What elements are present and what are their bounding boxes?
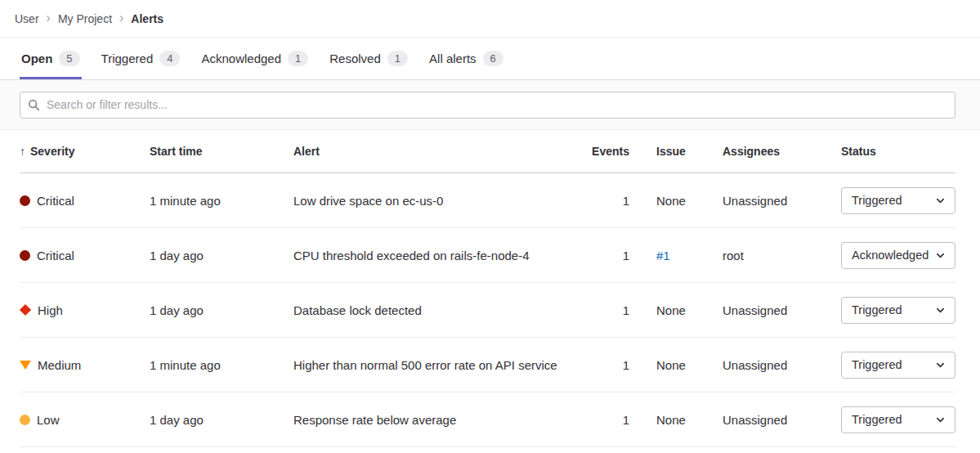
tab-count-badge: 1 <box>288 51 308 66</box>
chevron-down-icon <box>936 361 945 370</box>
column-header-label: Severity <box>30 145 74 158</box>
issue-value: None <box>656 194 686 208</box>
severity-medium-icon <box>20 361 31 370</box>
severity-label: Medium <box>38 358 81 372</box>
alert-title-link[interactable]: Database lock detected <box>293 303 580 317</box>
severity-cell: Critical <box>20 194 150 208</box>
alert-title-link[interactable]: Higher than normal 500 error rate on API… <box>293 358 580 372</box>
alert-title-link[interactable]: Low drive space on ec-us-0 <box>293 194 580 208</box>
tab-label: Resolved <box>329 52 381 65</box>
search-icon <box>28 99 40 111</box>
status-value: Acknowledged <box>852 249 929 262</box>
tab-count-badge: 4 <box>159 51 180 66</box>
column-header-alert: Alert <box>293 145 580 158</box>
breadcrumb-item-my-project[interactable]: My Project <box>58 12 112 25</box>
severity-critical-icon <box>20 195 30 206</box>
status-cell: Triggered <box>841 187 955 214</box>
tab-triggered[interactable]: Triggered 4 <box>100 38 182 79</box>
breadcrumb: User › My Project › Alerts <box>0 0 980 38</box>
filter-bar <box>0 80 980 130</box>
status-cell: Acknowledged <box>841 242 955 269</box>
issue-link[interactable]: #1 <box>656 249 670 262</box>
search-box <box>20 92 955 119</box>
column-header-start-time[interactable]: Start time <box>150 145 293 158</box>
column-header-assignees: Assignees <box>723 145 841 158</box>
table-row: Low 1 day ago Response rate below averag… <box>20 392 955 447</box>
table-row: Critical 1 day ago CPU threshold exceede… <box>20 228 955 283</box>
start-time-cell: 1 day ago <box>150 249 293 262</box>
tab-label: All alerts <box>429 52 477 65</box>
severity-cell: Critical <box>20 249 150 262</box>
status-dropdown[interactable]: Triggered <box>841 406 955 433</box>
start-time-cell: 1 day ago <box>150 413 293 427</box>
status-dropdown[interactable]: Acknowledged <box>841 242 955 269</box>
column-header-status[interactable]: Status <box>841 145 955 158</box>
column-header-issue: Issue <box>629 145 723 158</box>
tab-label: Triggered <box>101 52 154 65</box>
status-value: Triggered <box>852 413 902 426</box>
tab-open[interactable]: Open 5 <box>20 38 82 79</box>
breadcrumb-separator-icon: › <box>47 11 51 26</box>
severity-cell: Low <box>20 413 150 427</box>
alerts-table: ↑ Severity Start time Alert Events Issue… <box>0 130 980 447</box>
chevron-down-icon <box>936 415 945 424</box>
tab-label: Acknowledged <box>201 52 281 65</box>
table-header-row: ↑ Severity Start time Alert Events Issue… <box>20 130 955 173</box>
chevron-down-icon <box>936 196 945 205</box>
issue-value: None <box>656 303 686 317</box>
tab-acknowledged[interactable]: Acknowledged 1 <box>199 38 310 79</box>
alert-title-link[interactable]: CPU threshold exceeded on rails-fe-node-… <box>293 249 580 262</box>
tab-count-badge: 1 <box>387 51 408 66</box>
issue-cell: None <box>629 194 723 208</box>
breadcrumb-item-alerts: Alerts <box>131 12 163 25</box>
severity-label: Critical <box>37 249 74 262</box>
chevron-down-icon <box>936 251 945 260</box>
status-value: Triggered <box>852 358 902 371</box>
assignees-cell: root <box>723 249 841 262</box>
issue-value: None <box>656 413 686 427</box>
severity-low-icon <box>20 415 30 425</box>
severity-critical-icon <box>20 250 30 261</box>
assignees-cell: Unassigned <box>723 303 841 317</box>
severity-cell: High <box>20 303 150 317</box>
tab-resolved[interactable]: Resolved 1 <box>328 38 409 79</box>
events-cell: 1 <box>580 249 629 262</box>
table-row: High 1 day ago Database lock detected 1 … <box>20 283 955 338</box>
assignees-cell: Unassigned <box>723 358 841 372</box>
table-row: Medium 1 minute ago Higher than normal 5… <box>20 338 955 392</box>
severity-label: High <box>38 303 63 317</box>
column-header-events[interactable]: Events <box>580 145 629 158</box>
severity-label: Low <box>37 413 60 427</box>
breadcrumb-item-user[interactable]: User <box>15 12 39 25</box>
issue-value: None <box>656 358 686 372</box>
start-time-cell: 1 minute ago <box>150 358 293 372</box>
status-value: Triggered <box>852 194 902 207</box>
events-cell: 1 <box>580 303 629 317</box>
alert-title-link[interactable]: Response rate below average <box>293 413 580 427</box>
issue-cell: None <box>629 358 723 372</box>
tab-all-alerts[interactable]: All alerts 6 <box>427 38 505 79</box>
assignees-cell: Unassigned <box>723 194 841 208</box>
issue-cell: None <box>629 303 723 317</box>
status-cell: Triggered <box>841 352 955 379</box>
status-cell: Triggered <box>841 406 955 433</box>
events-cell: 1 <box>580 194 629 208</box>
status-dropdown[interactable]: Triggered <box>841 297 955 324</box>
start-time-cell: 1 minute ago <box>150 194 293 208</box>
breadcrumb-separator-icon: › <box>119 11 123 26</box>
search-input[interactable] <box>20 92 955 119</box>
status-dropdown[interactable]: Triggered <box>841 187 955 214</box>
tab-count-badge: 6 <box>483 51 503 66</box>
severity-cell: Medium <box>20 358 150 372</box>
column-header-severity[interactable]: ↑ Severity <box>20 145 150 158</box>
status-cell: Triggered <box>841 297 955 324</box>
start-time-cell: 1 day ago <box>150 303 293 317</box>
status-dropdown[interactable]: Triggered <box>841 352 955 379</box>
table-row: Critical 1 minute ago Low drive space on… <box>20 173 955 228</box>
severity-label: Critical <box>37 194 74 208</box>
events-cell: 1 <box>580 413 629 427</box>
issue-cell: #1 <box>629 249 723 262</box>
severity-high-icon <box>20 304 31 316</box>
tab-bar: Open 5 Triggered 4 Acknowledged 1 Resolv… <box>0 38 980 80</box>
chevron-down-icon <box>936 306 945 315</box>
